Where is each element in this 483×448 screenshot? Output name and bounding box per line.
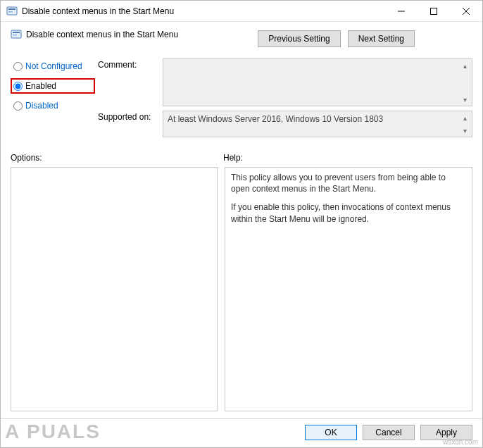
radio-disabled[interactable]: Disabled xyxy=(11,98,95,113)
previous-setting-button[interactable]: Previous Setting xyxy=(258,30,340,47)
svg-rect-0 xyxy=(7,7,17,15)
window-title: Disable context menus in the Start Menu xyxy=(22,6,385,16)
radio-not-configured-input[interactable] xyxy=(13,62,23,71)
header: Disable context menus in the Start Menu … xyxy=(1,22,482,50)
radio-label: Not Configured xyxy=(25,61,82,71)
options-pane[interactable] xyxy=(11,167,218,411)
body: Not Configured Enabled Disabled Comment: xyxy=(1,50,482,418)
svg-rect-2 xyxy=(8,11,13,13)
svg-rect-4 xyxy=(431,8,437,14)
help-label: Help: xyxy=(223,153,243,163)
minimize-button[interactable] xyxy=(385,1,418,21)
fields: Comment: ▴ ▾ Supported on: At least xyxy=(98,58,472,137)
footer: OK Cancel Apply xyxy=(1,418,482,447)
scroll-up-icon[interactable]: ▴ xyxy=(459,113,470,123)
apply-button[interactable]: Apply xyxy=(420,425,472,440)
supported-on-value: At least Windows Server 2016, Windows 10… xyxy=(168,114,383,124)
supported-on-textbox: At least Windows Server 2016, Windows 10… xyxy=(163,111,472,137)
state-radios: Not Configured Enabled Disabled xyxy=(11,58,95,137)
titlebar: Disable context menus in the Start Menu xyxy=(1,1,482,22)
next-setting-button[interactable]: Next Setting xyxy=(348,30,415,47)
comment-label: Comment: xyxy=(98,58,157,70)
svg-rect-8 xyxy=(13,32,20,33)
supported-on-label: Supported on: xyxy=(98,111,157,122)
close-button[interactable] xyxy=(450,1,482,21)
policy-editor-window: Disable context menus in the Start Menu xyxy=(0,0,483,448)
cancel-button[interactable]: Cancel xyxy=(363,425,415,440)
supported-scrollbar[interactable]: ▴ ▾ xyxy=(459,113,470,135)
settings-row: Not Configured Enabled Disabled Comment: xyxy=(11,58,472,137)
window-controls xyxy=(385,1,482,21)
panes: This policy allows you to prevent users … xyxy=(11,167,472,411)
help-paragraph: This policy allows you to prevent users … xyxy=(231,172,466,194)
ok-button[interactable]: OK xyxy=(305,425,357,440)
comment-scrollbar[interactable]: ▴ ▾ xyxy=(459,61,470,104)
pane-labels: Options: Help: xyxy=(11,153,472,163)
radio-label: Enabled xyxy=(25,81,56,91)
svg-rect-1 xyxy=(8,8,15,10)
svg-rect-7 xyxy=(11,30,21,38)
radio-disabled-input[interactable] xyxy=(13,101,23,111)
policy-icon xyxy=(6,6,18,17)
close-icon xyxy=(463,8,470,15)
maximize-icon xyxy=(430,8,437,15)
radio-enabled-input[interactable] xyxy=(13,82,23,91)
help-pane[interactable]: This policy allows you to prevent users … xyxy=(225,167,472,411)
radio-enabled[interactable]: Enabled xyxy=(11,78,95,94)
scroll-down-icon[interactable]: ▾ xyxy=(459,125,470,135)
scroll-down-icon[interactable]: ▾ xyxy=(459,94,470,104)
minimize-icon xyxy=(398,8,405,15)
svg-rect-9 xyxy=(13,35,17,36)
help-paragraph: If you enable this policy, then invocati… xyxy=(231,201,466,224)
policy-icon xyxy=(11,29,22,40)
options-label: Options: xyxy=(11,153,223,163)
policy-title: Disable context menus in the Start Menu xyxy=(26,30,178,39)
maximize-button[interactable] xyxy=(418,1,450,21)
radio-not-configured[interactable]: Not Configured xyxy=(11,58,95,74)
comment-textbox[interactable]: ▴ ▾ xyxy=(163,58,472,106)
scroll-up-icon[interactable]: ▴ xyxy=(459,61,470,70)
radio-label: Disabled xyxy=(25,101,58,111)
